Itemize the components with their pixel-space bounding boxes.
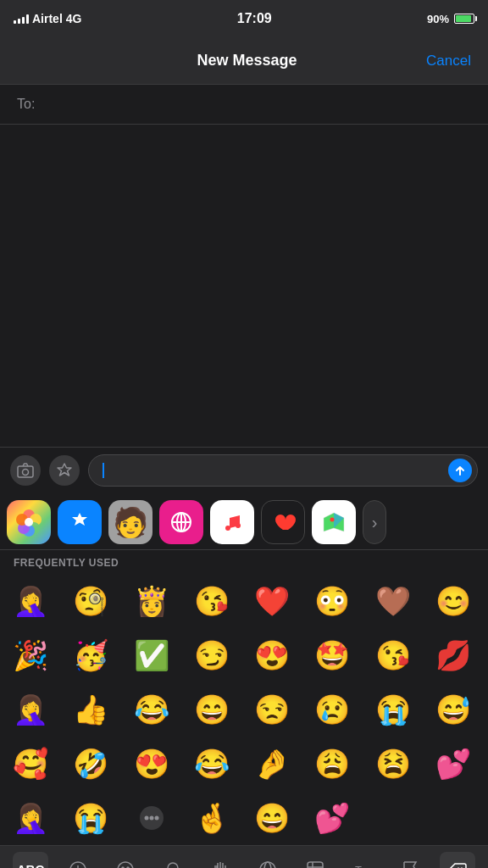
apps-button[interactable] bbox=[49, 455, 80, 486]
svg-point-8 bbox=[25, 518, 33, 526]
emoji-16[interactable]: 💋 bbox=[426, 628, 480, 682]
emoji-1[interactable]: 🤦‍♀️ bbox=[3, 574, 58, 628]
svg-point-26 bbox=[168, 863, 178, 869]
svg-point-23 bbox=[118, 862, 133, 869]
nav-title: New Message bbox=[197, 52, 297, 70]
signal-bar-3 bbox=[22, 17, 25, 24]
emoji-14[interactable]: 🤩 bbox=[305, 628, 359, 682]
emoji-32[interactable]: 💕 bbox=[426, 737, 480, 791]
smiley-button[interactable] bbox=[108, 852, 143, 869]
emoji-21[interactable]: 😒 bbox=[245, 682, 299, 737]
app-icon-heartclip[interactable] bbox=[261, 500, 305, 544]
app-icon-appstore[interactable] bbox=[58, 500, 102, 544]
app-icon-globe[interactable] bbox=[159, 500, 203, 544]
battery-icon bbox=[454, 14, 474, 24]
emoji-4[interactable]: 😘 bbox=[185, 574, 239, 628]
send-button[interactable] bbox=[448, 459, 472, 482]
emoji-35[interactable] bbox=[125, 791, 179, 845]
emoji-8[interactable]: 😊 bbox=[426, 574, 480, 628]
signal-bar-1 bbox=[14, 20, 16, 24]
emoji-12[interactable]: 😏 bbox=[185, 628, 239, 682]
signal-bar-4 bbox=[26, 14, 29, 24]
svg-point-28 bbox=[264, 862, 271, 869]
abc-keyboard-button[interactable]: ABC bbox=[13, 852, 48, 869]
emoji-7[interactable]: 🤎 bbox=[366, 574, 420, 628]
emoji-33[interactable]: 🤦‍♀️ bbox=[3, 791, 58, 845]
emoji-5[interactable]: ❤️ bbox=[245, 574, 299, 628]
emoji-26[interactable]: 🤣 bbox=[64, 737, 118, 791]
emoji-section: FREQUENTLY USED 🤦‍♀️ 🧐 👸 😘 ❤️ 😳 🤎 😊 🎉 🥳 … bbox=[0, 550, 488, 845]
to-input[interactable] bbox=[42, 97, 471, 112]
cancel-button[interactable]: Cancel bbox=[426, 53, 471, 70]
emoji-9[interactable]: 🎉 bbox=[3, 628, 58, 682]
emoji-6[interactable]: 😳 bbox=[305, 574, 359, 628]
emoji-38[interactable]: 💕 bbox=[305, 791, 359, 845]
emoji-15[interactable]: 😘 bbox=[366, 628, 420, 682]
network-label: 4G bbox=[66, 12, 82, 25]
delete-button[interactable] bbox=[440, 852, 475, 869]
emoji-34[interactable]: 😭 bbox=[64, 791, 118, 845]
recent-emoji-button[interactable] bbox=[60, 852, 96, 869]
emoji-grid-row1: 🤦‍♀️ 🧐 👸 😘 ❤️ 😳 🤎 😊 bbox=[0, 574, 488, 628]
frequently-used-label: FREQUENTLY USED bbox=[0, 550, 488, 574]
input-row bbox=[0, 447, 488, 493]
status-time: 17:09 bbox=[237, 11, 272, 26]
svg-point-1 bbox=[23, 470, 29, 476]
app-tray: 🧑 › bbox=[0, 493, 488, 550]
emoji-11[interactable]: ✅ bbox=[125, 628, 179, 682]
app-icon-photos[interactable] bbox=[7, 500, 51, 544]
emoji-24[interactable]: 😅 bbox=[426, 682, 480, 737]
status-left: Airtel 4G bbox=[14, 12, 81, 25]
signal-bars bbox=[14, 14, 29, 24]
hand-button[interactable] bbox=[202, 852, 238, 869]
emoji-13[interactable]: 😍 bbox=[245, 628, 299, 682]
to-field: To: bbox=[0, 85, 488, 125]
svg-point-21 bbox=[154, 816, 158, 821]
emoji-40[interactable] bbox=[426, 791, 480, 845]
emoji-22[interactable]: 😢 bbox=[305, 682, 359, 737]
camera-button[interactable] bbox=[10, 455, 41, 486]
sticker-button[interactable] bbox=[297, 852, 333, 869]
emoji-37[interactable]: 😄 bbox=[245, 791, 299, 845]
status-bar: Airtel 4G 17:09 90% bbox=[0, 0, 488, 37]
globe-emoji-button[interactable] bbox=[250, 852, 286, 869]
emoji-30[interactable]: 😩 bbox=[305, 737, 359, 791]
flag-button[interactable] bbox=[392, 852, 428, 869]
emoji-29[interactable]: 🤌 bbox=[245, 737, 299, 791]
app-icon-maps[interactable] bbox=[312, 500, 356, 544]
animoji-button[interactable] bbox=[155, 852, 191, 869]
battery-percent: 90% bbox=[427, 13, 449, 25]
message-input-wrap[interactable] bbox=[88, 454, 478, 487]
emoji-grid-row3: 🤦‍♀️ 👍 😂 😄 😒 😢 😭 😅 bbox=[0, 682, 488, 737]
svg-point-27 bbox=[260, 862, 275, 869]
emoji-grid-row4: 🥰 🤣 😍 😂 🤌 😩 😫 💕 bbox=[0, 737, 488, 791]
emoji-10[interactable]: 🥳 bbox=[64, 628, 118, 682]
emoji-31[interactable]: 😫 bbox=[366, 737, 420, 791]
emoji-36[interactable]: 🤞 bbox=[185, 791, 239, 845]
emoji-23[interactable]: 😭 bbox=[366, 682, 420, 737]
message-area[interactable] bbox=[0, 125, 488, 447]
emoji-28[interactable]: 😂 bbox=[185, 737, 239, 791]
emoji-39[interactable] bbox=[366, 791, 420, 845]
emoji-2[interactable]: 🧐 bbox=[64, 574, 118, 628]
emoji-17[interactable]: 🤦‍♀️ bbox=[3, 682, 58, 737]
emoji-3[interactable]: 👸 bbox=[125, 574, 179, 628]
nav-bar: New Message Cancel bbox=[0, 37, 488, 85]
emoji-grid-row5: 🤦‍♀️ 😭 🤞 😄 💕 bbox=[0, 791, 488, 845]
svg-text:T↑: T↑ bbox=[355, 864, 367, 869]
app-icon-music[interactable] bbox=[210, 500, 254, 544]
svg-point-13 bbox=[225, 526, 230, 531]
battery-fill bbox=[456, 15, 471, 22]
app-tray-more[interactable]: › bbox=[363, 500, 386, 544]
emoji-20[interactable]: 😄 bbox=[185, 682, 239, 737]
emoji-27[interactable]: 😍 bbox=[125, 737, 179, 791]
emoji-25[interactable]: 🥰 bbox=[3, 737, 58, 791]
emoji-19[interactable]: 😂 bbox=[125, 682, 179, 737]
app-icon-memoji[interactable]: 🧑 bbox=[108, 500, 152, 544]
svg-point-14 bbox=[236, 523, 241, 528]
emoji-18[interactable]: 👍 bbox=[64, 682, 118, 737]
status-right: 90% bbox=[427, 13, 474, 25]
symbols-button[interactable]: T↑ &# bbox=[345, 852, 380, 869]
to-label: To: bbox=[17, 97, 35, 112]
svg-point-19 bbox=[144, 816, 148, 821]
